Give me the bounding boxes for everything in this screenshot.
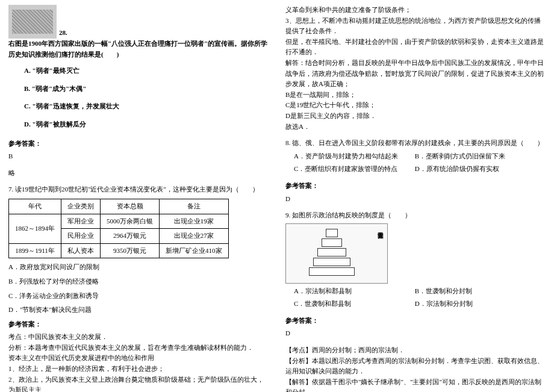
q8-ref-label: 参考答案： <box>285 181 546 191</box>
q6-option-a: A. "弱者"最终灭亡 <box>24 66 269 76</box>
q8-option-a: A．资产阶级与封建势力相勾结起来 <box>294 151 415 162</box>
q6-ref-label: 参考答案： <box>8 138 269 149</box>
q9-option-c: C．世袭制和郡县制 <box>294 299 415 310</box>
q9-options: A．宗法制和郡县制 B．世袭制和分封制 C．世袭制和郡县制 D．宗法制和分封制 <box>294 286 546 312</box>
q7-analysis: 考点：中国民族资本主义的发展． 分析：本题考查中国近代民族资本主义的发展，旨在考… <box>8 332 269 392</box>
q6-option-b: B. "弱者"成为"木偶" <box>24 84 269 95</box>
q8-block: 8. 德、俄、日在进入帝国主义阶段都带有浓厚的封建残余，其主要的共同原因是（ ）… <box>285 138 546 204</box>
table-header-row: 年代 企业类别 资本总额 备注 <box>9 199 229 214</box>
q9-point: 【考点】西周的分封制；西周的宗法制． <box>285 345 546 356</box>
q6-number: 28. <box>59 29 67 36</box>
q7-stem: 7. 读19世纪中期到20世纪初"近代企业资本情况变化表"，这种变化主要是因为（… <box>8 184 269 195</box>
q9-analysis: 【分析】本题以图示的形式考查西周的宗法制和分封制．考查学生识图、获取有效信息、运… <box>285 356 546 377</box>
q7-option-c: C．洋务运动企业的刺激和诱导 <box>8 291 269 302</box>
q9-stem: 9. 如图所示政治结构反映的制度是（ ） <box>285 210 546 221</box>
q9-option-a: A．宗法制和郡县制 <box>294 286 415 297</box>
q6-option-c: C. "弱者"迅速恢复，并发展壮大 <box>24 101 269 112</box>
q8-option-c: C．垄断组织有封建家族管理的特点 <box>294 164 415 175</box>
q9-ref-label: 参考答案： <box>285 316 546 326</box>
th-capital: 资本总额 <box>101 199 160 214</box>
table-row: 1862～1894年 军用企业 5000万余两白银 出现企业19家 <box>9 214 229 229</box>
q8-option-b: B．垄断剥削方式仍旧保留下来 <box>415 151 536 162</box>
q9-diagram: 鲁齐燕卫宋晋 <box>285 223 388 284</box>
q7-analysis-cont: 义革命到来和中共的建立准备了阶级条件； 3、思想上，不断冲击和动摇封建正统思想的… <box>285 5 546 132</box>
q9-option-d: D．宗法制和分封制 <box>415 299 536 310</box>
th-note: 备注 <box>160 199 229 214</box>
q6-option-d: D. "弱者"被肢解瓜分 <box>24 119 269 130</box>
left-column: 28. 右图是1900年西方国家出版的一幅"八位强人正在合理痛打一位弱者"的宣传… <box>0 0 277 392</box>
q6-answer: B <box>8 151 269 162</box>
right-column: 义革命到来和中共的建立准备了阶级条件； 3、思想上，不断冲击和动摇封建正统思想的… <box>277 0 554 392</box>
q7-options: A．政府放宽对民间设厂的限制 B．列强放松了对华的经济侵略 C．洋务运动企业的刺… <box>8 262 269 315</box>
q9-block: 9. 如图所示政治结构反映的制度是（ ） 鲁齐燕卫宋晋 A．宗法制和郡县制 B．… <box>285 210 546 392</box>
q7-option-d: D．"节制资本"解决民生问题 <box>8 305 269 316</box>
q6-options: A. "弱者"最终灭亡 B. "弱者"成为"木偶" C. "弱者"迅速恢复，并发… <box>24 66 269 129</box>
q6-block: 28. 右图是1900年西方国家出版的一幅"八位强人正在合理痛打一位弱者"的宣传… <box>8 5 269 178</box>
q7-option-a: A．政府放宽对民间设厂的限制 <box>8 262 269 273</box>
q9-solve: 【解答】依据题干图示中"嫡长子继承制"、"主要封国"可知，图示反映的是西周的宗法… <box>285 377 546 392</box>
th-year: 年代 <box>9 199 61 214</box>
table-row: 1899～1911年 私人资本 9350万银元 新增厂矿企业410家 <box>9 243 229 258</box>
cartoon-image <box>8 5 57 39</box>
q7-block: 7. 读19世纪中期到20世纪初"近代企业资本情况变化表"，这种变化主要是因为（… <box>8 184 269 392</box>
q8-options: A．资产阶级与封建势力相勾结起来 B．垄断剥削方式仍旧保留下来 C．垄断组织有封… <box>294 151 546 177</box>
q7-ref-label: 参考答案： <box>8 319 269 330</box>
q7-option-b: B．列强放松了对华的经济侵略 <box>8 276 269 287</box>
q9-answer: D <box>285 328 546 339</box>
q8-answer: D <box>285 194 546 205</box>
q7-table: 年代 企业类别 资本总额 备注 1862～1894年 军用企业 5000万余两白… <box>8 199 229 258</box>
q6-note: 略 <box>8 168 269 179</box>
q8-stem: 8. 德、俄、日在进入帝国主义阶段都带有浓厚的封建残余，其主要的共同原因是（ ） <box>285 138 546 149</box>
q9-option-b: B．世袭制和分封制 <box>415 286 536 297</box>
q8-option-d: D．原有统治阶级仍握有实权 <box>415 164 536 175</box>
q6-stem: 右图是1900年西方国家出版的一幅"八位强人正在合理痛打一位弱者"的宣传画。据你… <box>8 39 269 60</box>
th-type: 企业类别 <box>61 199 101 214</box>
pyramid-icon <box>308 229 356 278</box>
